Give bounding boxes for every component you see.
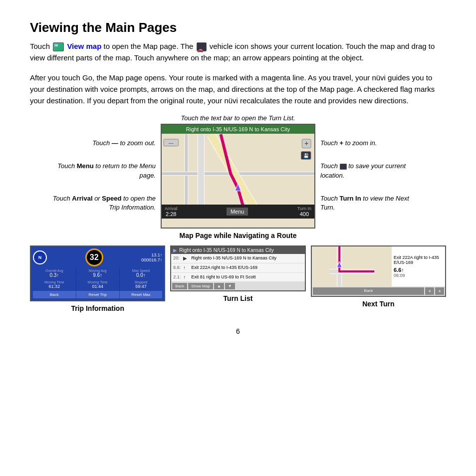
turnin-value: 400 — [297, 211, 311, 217]
next-turn-dist: 6.6↑ — [394, 267, 443, 273]
turn-list-buttons: Back Show Map ▲ ▼ — [171, 282, 304, 290]
map-diagram: Right onto I-35 N/US-169 N to Kansas Cit… — [161, 124, 315, 229]
turn-icon-2: ↑ — [183, 265, 189, 270]
turn-dist-1: 20: — [173, 255, 183, 260]
trip-back-button[interactable]: Back — [33, 291, 76, 298]
next-turn-info: Exit 222A right to I-435 E/US-169 6.6↑ 0… — [392, 246, 445, 286]
overall-avg-val: 0.3↑ — [33, 272, 75, 278]
trip-information-screen: N 32 13.1↑ 000016.7↑ Overall Avg 0.3↑ Mo… — [30, 245, 165, 312]
intro-touch-word: Touch — [30, 42, 50, 50]
moving-time-val: 61:32 — [33, 284, 75, 289]
arrival-value: 2:28 — [165, 211, 178, 217]
arrival-label: Arrival — [165, 206, 178, 211]
trip-speed: 32 — [85, 248, 103, 266]
save-icon-inline — [340, 164, 347, 170]
callout-right-column: Touch + to zoom in. Touch to save your c… — [315, 124, 425, 221]
moving-time-cell: Moving Time 61:32 — [33, 279, 76, 290]
page-number: 6 — [30, 327, 446, 335]
map-bottom-bar: Arrival 2:28 Menu Turn In 400 — [162, 205, 314, 219]
intro-paragraph-2: After you touch Go, the Map page opens. … — [30, 72, 446, 107]
turn-show-map-button[interactable]: Show Map — [188, 283, 213, 289]
callout-turn-in: Touch Turn In to view the Next Turn. — [320, 194, 425, 212]
trip-stats: Overall Avg 0.3↑ Moving Avg 9.6↑ Max Spe… — [33, 268, 162, 279]
callout-left-column: Touch — to zoom out. Touch Menu to retur… — [51, 124, 161, 221]
turn-text-2: Exit 222A right to I-435 E/US-169 — [191, 265, 302, 271]
trip-reset-max-button[interactable]: Reset Max — [120, 291, 163, 298]
moving-avg-cell: Moving Avg 9.6↑ — [76, 268, 119, 279]
turn-back-button[interactable]: Back — [172, 283, 187, 289]
callout-save: Touch to save your current location. — [320, 162, 425, 180]
moving-time2-val: 01:44 — [77, 284, 119, 289]
trip-dist-2: 000016.7↑ — [141, 257, 162, 262]
turn-list-screen: ▶ Right onto I-35 N/US-169 N to Kansas C… — [170, 245, 305, 302]
turn-arrow-icon: ▶ — [173, 247, 177, 253]
callout-top-center: Touch the text bar to open the Turn List… — [30, 114, 446, 122]
map-arrival[interactable]: Arrival 2:28 — [165, 206, 178, 217]
next-turn-down-button[interactable]: + — [435, 287, 444, 295]
turn-row-1: 20: ▶ Right onto I-35 N/US-169 N to Kans… — [171, 254, 304, 263]
trip-buttons: Back Reset Trip Reset Max — [33, 291, 162, 298]
trip-header: N 32 13.1↑ 000016.7↑ — [33, 248, 162, 266]
turnin-label: Turn In — [297, 206, 311, 211]
next-turn-map-view — [312, 246, 392, 286]
intro-paragraph-1: Touch 🗺 View map to open the Map page. T… — [30, 40, 446, 64]
moving-time2-label: Moving Time — [77, 280, 119, 284]
turn-icon-3: ↑ — [183, 274, 189, 280]
map-page-label: Map Page while Navigating a Route — [30, 232, 446, 239]
next-turn-label: Next Turn — [362, 300, 394, 308]
turn-icon-1: ▶ — [183, 255, 189, 261]
moving-avg-val: 9.6↑ — [77, 272, 119, 278]
trip-reset-trip-button[interactable]: Reset Trip — [76, 291, 119, 298]
page-title: Viewing the Main Pages — [30, 20, 446, 35]
overall-avg-cell: Overall Avg 0.3↑ — [33, 268, 76, 279]
next-turn-time: 06:09 — [394, 273, 443, 278]
callout-zoom-out: Touch — to zoom out. — [51, 139, 156, 148]
turn-list-header: ▶ Right onto I-35 N/US-169 N to Kansas C… — [171, 246, 304, 254]
next-turn-screen: Exit 222A right to I-435 E/US-169 6.6↑ 0… — [311, 245, 446, 308]
moving-time-label: Moving Time — [33, 280, 75, 284]
stopped-val: 59:47 — [120, 284, 162, 289]
trip-compass: N — [33, 250, 47, 264]
bottom-screenshots: N 32 13.1↑ 000016.7↑ Overall Avg 0.3↑ Mo… — [30, 245, 446, 312]
max-speed-label: Max Speed — [120, 269, 162, 272]
map-nav-bar[interactable]: Right onto I-35 N/US-169 N to Kansas Cit… — [162, 125, 314, 134]
trip-label: Trip Information — [71, 304, 124, 312]
map-image: Right onto I-35 N/US-169 N to Kansas Cit… — [161, 124, 315, 229]
callout-zoom-in: Touch + to zoom in. — [320, 139, 425, 148]
map-nav-text: Right onto I-35 N/US-169 N to Kansas Cit… — [186, 126, 290, 132]
moving-avg-label: Moving Avg — [77, 269, 119, 272]
turn-down-button[interactable]: ▼ — [225, 283, 235, 289]
trip-dist: 13.1↑ 000016.7↑ — [141, 252, 162, 262]
map-body: + — 💾 Arrival 2:28 Menu — [162, 134, 314, 219]
turn-header-text: Right onto I-35 N/US-169 N to Kansas Cit… — [179, 247, 274, 253]
diagram-area: Touch the text bar to open the Turn List… — [30, 114, 446, 312]
turn-list-label: Turn List — [224, 294, 253, 302]
trip-dist-1: 13.1↑ — [151, 252, 162, 257]
stopped-cell: Stopped 59:47 — [120, 279, 163, 290]
turn-screen-box: ▶ Right onto I-35 N/US-169 N to Kansas C… — [170, 245, 305, 291]
menu-button[interactable]: Menu — [227, 208, 248, 216]
callout-arrival: Touch Arrival or Speed to open the Trip … — [51, 194, 156, 212]
svg-text:—: — — [169, 140, 174, 146]
next-turn-back-button[interactable]: Back — [313, 287, 425, 295]
turn-text-3: Exit 81 right to US-69 to Ft Scott — [191, 274, 302, 280]
view-map-link[interactable]: View map — [67, 42, 101, 50]
next-turn-screen-box: Exit 222A right to I-435 E/US-169 6.6↑ 0… — [311, 245, 446, 297]
turn-text-1: Right onto I-35 N/US-169 N to Kansas Cit… — [191, 255, 302, 261]
next-turn-up-button[interactable]: + — [425, 287, 434, 295]
svg-text:+: + — [304, 139, 308, 147]
vehicle-icon: 🚗 — [197, 42, 207, 51]
svg-rect-16 — [329, 246, 374, 286]
map-turn-in[interactable]: Turn In 400 — [297, 206, 311, 217]
next-turn-top: Exit 222A right to I-435 E/US-169 6.6↑ 0… — [312, 246, 445, 286]
callout-menu: Touch Menu to return to the Menu page. — [51, 162, 156, 180]
turn-up-button[interactable]: ▲ — [214, 283, 224, 289]
max-speed-cell: Max Speed 0.0↑ — [120, 268, 163, 279]
trip-screen-box: N 32 13.1↑ 000016.7↑ Overall Avg 0.3↑ Mo… — [30, 245, 165, 301]
svg-text:💾: 💾 — [303, 153, 309, 159]
stopped-label: Stopped — [120, 280, 162, 284]
turn-row-2: 6.6: ↑ Exit 222A right to I-435 E/US-169 — [171, 263, 304, 273]
turn-dist-2: 6.6: — [173, 265, 183, 270]
intro-text-1b: to open the Map page. The — [103, 42, 195, 50]
turn-dist-3: 2.1: — [173, 274, 183, 279]
